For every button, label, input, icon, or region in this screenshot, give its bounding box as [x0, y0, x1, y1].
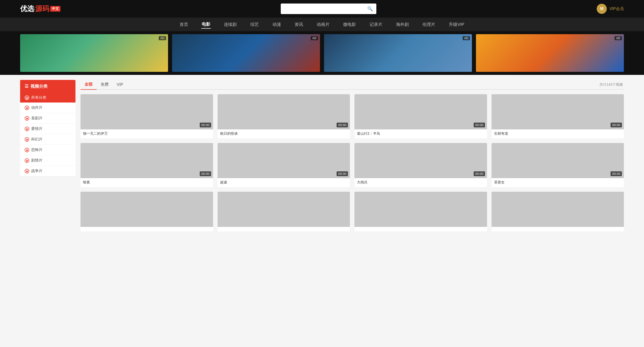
- video-card-2[interactable]: 00:00 釜山行2：半岛: [354, 94, 487, 138]
- video-duration-6: 00:00: [474, 171, 485, 176]
- video-title-11: [492, 227, 624, 231]
- sidebar-item-war[interactable]: 战争片: [20, 166, 75, 176]
- nav-item-short-film[interactable]: 微电影: [343, 21, 356, 28]
- banner-item-1[interactable]: AD: [20, 34, 168, 72]
- video-thumb-9: [218, 192, 350, 227]
- video-duration-5: 00:00: [337, 171, 348, 176]
- sidebar-item-romance[interactable]: 爱情片: [20, 124, 75, 134]
- sidebar-item-horror[interactable]: 恐怖片: [20, 145, 75, 155]
- nav-item-documentary[interactable]: 记录片: [369, 21, 383, 28]
- video-card-11[interactable]: [492, 192, 624, 231]
- logo-text: 优选: [20, 4, 34, 14]
- list-icon: ☰: [25, 84, 28, 89]
- video-count: 共计142个视频: [599, 82, 624, 87]
- video-card-5[interactable]: 00:00 超速: [218, 143, 350, 187]
- play-icon-drama: [25, 158, 29, 163]
- video-title-9: [218, 227, 350, 231]
- video-title-7: 芙蓉女: [492, 178, 624, 187]
- ad-badge-3: AD: [463, 36, 470, 40]
- video-duration-4: 00:00: [200, 171, 211, 176]
- filter-tab-all[interactable]: 全部: [80, 80, 97, 90]
- nav-item-news[interactable]: 资讯: [294, 21, 304, 28]
- play-icon-war: [25, 169, 29, 173]
- video-thumb-1: 00:00: [218, 94, 350, 129]
- main-content: ☰ 视频分类 所有分类 动作片 喜剧片 爱情片 科幻片 恐怖片 剧: [0, 75, 644, 236]
- nav-item-upgrade-vip[interactable]: 升级VIP: [448, 21, 465, 28]
- filter-tab-vip[interactable]: VIP: [113, 80, 127, 89]
- filter-tab-free[interactable]: 免费: [97, 80, 113, 90]
- play-icon-comedy: [25, 116, 29, 121]
- video-card-10[interactable]: [354, 192, 487, 231]
- video-card-9[interactable]: [218, 192, 350, 231]
- search-bar: 🔍: [281, 4, 376, 14]
- video-thumb-8: [80, 192, 213, 227]
- video-thumb-2: 00:00: [354, 94, 487, 129]
- header: 优选 源码 中文 🔍 M VIP会员: [0, 0, 644, 18]
- nav-item-ethics[interactable]: 伦理片: [422, 21, 436, 28]
- search-input[interactable]: [284, 7, 367, 11]
- video-title-10: [354, 227, 487, 231]
- play-icon-scifi: [25, 137, 29, 142]
- logo: 优选 源码 中文: [20, 4, 60, 14]
- video-title-5: 超速: [218, 178, 350, 187]
- video-duration-0: 00:00: [200, 123, 211, 127]
- nav-item-movie[interactable]: 电影: [201, 20, 211, 29]
- logo-highlight: 源码: [35, 4, 49, 14]
- ad-badge-1: AD: [159, 36, 166, 40]
- nav-item-home[interactable]: 首页: [179, 21, 189, 28]
- vip-area[interactable]: M VIP会员: [597, 4, 624, 14]
- video-duration-2: 00:00: [474, 123, 485, 127]
- sidebar-item-comedy[interactable]: 喜剧片: [20, 113, 75, 124]
- logo-badge: 中文: [50, 6, 60, 12]
- ad-badge-4: AD: [615, 36, 622, 40]
- banner-item-4[interactable]: AD: [476, 34, 624, 72]
- vip-label: VIP会员: [609, 6, 624, 12]
- video-title-4: 暗夜: [80, 178, 213, 187]
- banner-item-2[interactable]: AD: [172, 34, 320, 72]
- video-thumb-11: [492, 192, 624, 227]
- video-thumb-4: 00:00: [80, 143, 213, 178]
- banner: AD AD AD AD: [0, 31, 644, 75]
- video-duration-1: 00:00: [337, 123, 348, 127]
- main-nav: 首页 电影 连续剧 综艺 动漫 资讯 动画片 微电影 记录片 海外剧 伦理片 升…: [0, 18, 644, 31]
- sidebar-item-drama[interactable]: 剧情片: [20, 155, 75, 166]
- search-button[interactable]: 🔍: [367, 6, 373, 12]
- play-icon-all: [25, 95, 29, 100]
- video-duration-7: 00:00: [611, 171, 622, 176]
- video-card-6[interactable]: 00:00 大阅兵: [354, 143, 487, 187]
- video-thumb-7: 00:00: [492, 143, 624, 178]
- video-thumb-10: [354, 192, 487, 227]
- nav-item-cartoon[interactable]: 动画片: [316, 21, 330, 28]
- video-thumb-0: 00:00: [80, 94, 213, 129]
- video-card-4[interactable]: 00:00 暗夜: [80, 143, 213, 187]
- nav-item-variety[interactable]: 综艺: [250, 21, 259, 28]
- video-card-0[interactable]: 00:00 独一无二的伊万: [80, 94, 213, 138]
- video-card-3[interactable]: 00:00 生财有道: [492, 94, 624, 138]
- video-title-1: 粗日的怪谈: [218, 129, 350, 138]
- avatar: M: [597, 4, 607, 14]
- video-title-8: [80, 227, 213, 231]
- video-card-1[interactable]: 00:00 粗日的怪谈: [218, 94, 350, 138]
- video-grid: 00:00 独一无二的伊万 00:00 粗日的怪谈 00:00 釜山行2：半岛 …: [80, 94, 624, 231]
- sidebar-item-scifi[interactable]: 科幻片: [20, 134, 75, 145]
- video-title-0: 独一无二的伊万: [80, 129, 213, 138]
- nav-item-foreign[interactable]: 海外剧: [395, 21, 409, 28]
- nav-item-series[interactable]: 连续剧: [223, 21, 237, 28]
- content-area: 全部 免费 VIP 共计142个视频 00:00 独一无二的伊万 00:00 粗…: [80, 80, 624, 231]
- video-card-8[interactable]: [80, 192, 213, 231]
- filter-bar: 全部 免费 VIP 共计142个视频: [80, 80, 624, 90]
- banner-item-3[interactable]: AD: [324, 34, 472, 72]
- video-title-2: 釜山行2：半岛: [354, 129, 487, 138]
- sidebar: ☰ 视频分类 所有分类 动作片 喜剧片 爱情片 科幻片 恐怖片 剧: [20, 80, 75, 231]
- video-thumb-5: 00:00: [218, 143, 350, 178]
- play-icon-action: [25, 106, 29, 110]
- video-duration-3: 00:00: [611, 123, 622, 127]
- play-icon-romance: [25, 127, 29, 131]
- video-title-3: 生财有道: [492, 129, 624, 138]
- video-thumb-6: 00:00: [354, 143, 487, 178]
- nav-item-anime[interactable]: 动漫: [272, 21, 281, 28]
- sidebar-all-categories[interactable]: 所有分类: [20, 93, 75, 103]
- ad-badge-2: AD: [311, 36, 318, 40]
- sidebar-item-action[interactable]: 动作片: [20, 103, 75, 113]
- video-card-7[interactable]: 00:00 芙蓉女: [492, 143, 624, 187]
